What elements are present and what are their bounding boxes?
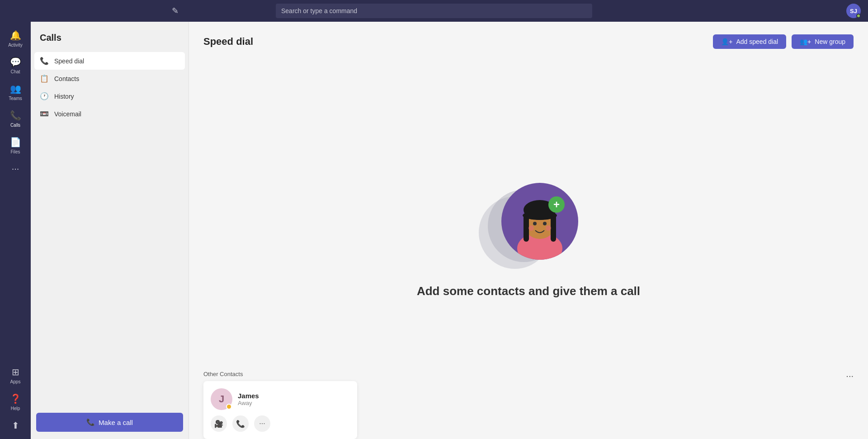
left-nav: 🔔 Activity 💬 Chat 👥 Teams 📞 Calls 📄 File… xyxy=(0,22,31,439)
activity-label: Activity xyxy=(8,43,23,48)
contact-status: Away xyxy=(238,400,259,406)
calls-menu: 📞 Speed dial 📋 Contacts 🕐 History 📼 Voic… xyxy=(31,50,189,124)
person-svg xyxy=(501,183,578,260)
center-content: + Add some contacts and give them a call… xyxy=(189,56,868,439)
sidebar-item-upload[interactable]: ⬆ xyxy=(3,416,28,434)
apps-label: Apps xyxy=(10,379,21,384)
teams-label: Teams xyxy=(9,96,22,101)
new-group-button[interactable]: 👥+ New group xyxy=(792,34,854,49)
menu-item-voicemail[interactable]: 📼 Voicemail xyxy=(34,105,185,123)
contact-avatar-letter: J xyxy=(219,393,224,405)
more-icon: ··· xyxy=(12,163,19,174)
contacts-label: Contacts xyxy=(54,75,79,82)
chat-icon: 💬 xyxy=(10,57,21,67)
header-buttons: 👤+ Add speed dial 👥+ New group xyxy=(713,34,854,49)
svg-point-8 xyxy=(528,225,534,231)
speed-dial-label: Speed dial xyxy=(54,57,84,65)
calls-sidebar: Calls 📞 Speed dial 📋 Contacts 🕐 History … xyxy=(31,22,189,439)
contact-more-button[interactable]: ··· xyxy=(254,415,270,432)
phone-call-button[interactable]: 📞 xyxy=(232,415,249,432)
svg-point-9 xyxy=(546,225,551,231)
teams-icon: 👥 xyxy=(10,83,21,94)
other-contacts-label: Other Contacts xyxy=(189,367,868,381)
svg-point-7 xyxy=(543,222,547,225)
make-call-button[interactable]: 📞 Make a call xyxy=(36,413,183,432)
add-speed-dial-label: Add speed dial xyxy=(736,38,778,45)
calls-icon: 📞 xyxy=(10,110,21,121)
status-dot xyxy=(856,14,861,18)
upload-icon: ⬆ xyxy=(12,420,19,431)
history-icon: 🕐 xyxy=(40,92,49,100)
menu-item-history[interactable]: 🕐 History xyxy=(34,87,185,105)
sidebar-item-help[interactable]: ❓ Help xyxy=(3,390,28,415)
svg-rect-4 xyxy=(524,215,529,242)
avatar-initials: SJ xyxy=(850,8,857,14)
sidebar-item-calls[interactable]: 📞 Calls xyxy=(3,106,28,131)
main-layout: 🔔 Activity 💬 Chat 👥 Teams 📞 Calls 📄 File… xyxy=(0,22,868,439)
other-contacts-section: Other Contacts ··· J James Away xyxy=(189,367,868,439)
make-call-label: Make a call xyxy=(99,419,133,426)
make-call-phone-icon: 📞 xyxy=(86,418,95,426)
activity-icon: 🔔 xyxy=(10,30,21,41)
contact-avatar: J xyxy=(211,388,232,410)
content-header: Speed dial 👤+ Add speed dial 👥+ New grou… xyxy=(189,22,868,56)
contact-info: James Away xyxy=(238,392,259,406)
voicemail-icon: 📼 xyxy=(40,110,49,118)
search-bar[interactable]: Search or type a command xyxy=(276,4,592,18)
files-icon: 📄 xyxy=(10,137,21,148)
video-call-button[interactable]: 🎥 xyxy=(211,415,227,432)
contact-name: James xyxy=(238,392,259,400)
avatar[interactable]: SJ xyxy=(846,4,861,18)
search-placeholder: Search or type a command xyxy=(281,7,357,14)
main-content: Speed dial 👤+ Add speed dial 👥+ New grou… xyxy=(189,22,868,439)
empty-state-text: Add some contacts and give them a call xyxy=(417,284,640,298)
menu-item-contacts[interactable]: 📋 Contacts xyxy=(34,70,185,87)
menu-item-speed-dial[interactable]: 📞 Speed dial xyxy=(34,52,185,70)
new-group-label: New group xyxy=(815,38,845,45)
help-label: Help xyxy=(11,406,20,411)
sidebar-item-teams[interactable]: 👥 Teams xyxy=(3,80,28,105)
chat-label: Chat xyxy=(10,69,20,74)
phone-call-icon: 📞 xyxy=(236,420,245,428)
avatar-circle xyxy=(501,183,578,260)
topbar: ✎ Search or type a command SJ xyxy=(0,0,868,22)
sidebar-item-apps[interactable]: ⊞ Apps xyxy=(3,363,28,388)
svg-point-6 xyxy=(533,222,537,225)
sidebar-item-activity[interactable]: 🔔 Activity xyxy=(3,26,28,51)
apps-icon: ⊞ xyxy=(12,367,19,377)
other-contacts-more-button[interactable]: ··· xyxy=(846,371,854,381)
voicemail-label: Voicemail xyxy=(54,110,81,118)
contact-status-dot xyxy=(226,404,232,410)
history-label: History xyxy=(54,93,74,100)
sidebar-item-files[interactable]: 📄 Files xyxy=(3,133,28,158)
contact-card: J James Away 🎥 📞 xyxy=(203,381,357,439)
contact-more-icon: ··· xyxy=(259,420,265,428)
new-group-icon: 👥+ xyxy=(800,38,811,45)
speed-dial-icon: 📞 xyxy=(40,57,49,65)
calls-label: Calls xyxy=(10,123,20,128)
svg-rect-5 xyxy=(551,215,556,242)
contact-card-top: J James Away xyxy=(211,388,350,410)
compose-icon[interactable]: ✎ xyxy=(172,6,179,16)
contacts-icon: 📋 xyxy=(40,74,49,83)
page-title: Speed dial xyxy=(203,36,253,48)
add-contact-plus-icon: + xyxy=(548,196,565,213)
help-icon: ❓ xyxy=(10,393,21,404)
video-call-icon: 🎥 xyxy=(214,420,223,428)
sidebar-item-more[interactable]: ··· xyxy=(3,160,28,177)
add-speed-dial-button[interactable]: 👤+ Add speed dial xyxy=(713,34,786,49)
contact-card-actions: 🎥 📞 ··· xyxy=(211,415,350,432)
sidebar-item-chat[interactable]: 💬 Chat xyxy=(3,53,28,78)
calls-title: Calls xyxy=(31,22,189,50)
illustration: + xyxy=(479,183,578,273)
add-speed-dial-icon: 👤+ xyxy=(721,38,732,45)
files-label: Files xyxy=(10,149,20,154)
